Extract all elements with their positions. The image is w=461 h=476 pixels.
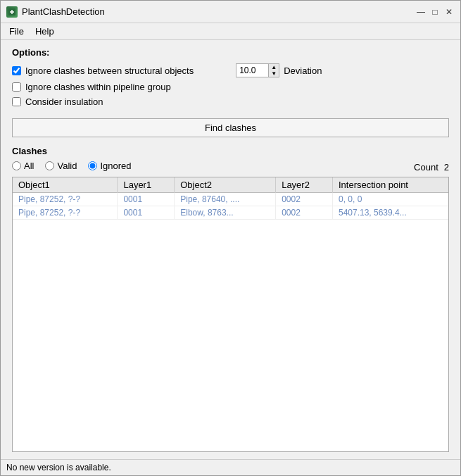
status-bar: No new version is available. bbox=[1, 459, 460, 475]
checkbox-ignore-pipeline[interactable] bbox=[12, 82, 21, 92]
spin-up-button[interactable]: ▲ bbox=[269, 64, 279, 70]
close-button[interactable]: ✕ bbox=[443, 6, 455, 18]
options-label: Options: bbox=[12, 47, 449, 58]
deviation-label: Deviation bbox=[284, 65, 322, 76]
radio-all[interactable]: All bbox=[12, 161, 34, 171]
clashes-header: Clashes bbox=[12, 146, 449, 156]
deviation-group: ▲ ▼ Deviation bbox=[236, 63, 322, 77]
count-display: Count 2 bbox=[414, 162, 449, 173]
deviation-input[interactable] bbox=[236, 64, 268, 77]
radio-valid-label: Valid bbox=[57, 161, 77, 171]
find-clashes-button[interactable]: Find clashes bbox=[12, 118, 449, 137]
clashes-section: Clashes All Valid Ignored bbox=[12, 146, 449, 452]
checkbox1-row: Ignore clashes between structural object… bbox=[12, 65, 194, 76]
table-header-row: Object1 Layer1 Object2 Layer2 Intersecti… bbox=[13, 177, 448, 193]
clashes-table-container: Object1 Layer1 Object2 Layer2 Intersecti… bbox=[12, 177, 449, 452]
count-value: 2 bbox=[444, 162, 449, 173]
cell-intersection: 5407.13, 5639.4... bbox=[332, 206, 448, 220]
radio-group: All Valid Ignored bbox=[12, 161, 132, 171]
table-body: Pipe, 87252, ?-?0001Pipe, 87640, ....000… bbox=[13, 193, 448, 220]
col-layer2: Layer2 bbox=[276, 177, 333, 193]
checkbox-ignore-pipeline-label: Ignore clashes within pipeline group bbox=[25, 82, 171, 92]
col-intersection: Intersection point bbox=[332, 177, 448, 193]
main-content: Options: Ignore clashes between structur… bbox=[1, 40, 460, 459]
title-bar: PlantClashDetection — □ ✕ bbox=[1, 1, 460, 23]
cell-object1: Pipe, 87252, ?-? bbox=[13, 206, 118, 220]
deviation-spinner: ▲ ▼ bbox=[236, 63, 279, 77]
window-title: PlantClashDetection bbox=[22, 6, 415, 17]
spin-down-button[interactable]: ▼ bbox=[269, 70, 279, 77]
radio-valid-input[interactable] bbox=[45, 161, 54, 170]
col-object1: Object1 bbox=[13, 177, 118, 193]
filter-row: All Valid Ignored Count 2 bbox=[12, 161, 449, 174]
checkbox2-row: Ignore clashes within pipeline group bbox=[12, 82, 449, 92]
table-row[interactable]: Pipe, 87252, ?-?0001Elbow, 8763...000254… bbox=[13, 206, 448, 220]
cell-object2: Elbow, 8763... bbox=[175, 206, 276, 220]
maximize-button[interactable]: □ bbox=[429, 6, 441, 18]
menu-file[interactable]: File bbox=[4, 25, 30, 38]
checkbox-ignore-structural[interactable] bbox=[12, 66, 21, 75]
status-text: No new version is available. bbox=[6, 463, 111, 472]
radio-ignored-label: Ignored bbox=[100, 161, 131, 171]
cell-layer1: 0001 bbox=[118, 206, 175, 220]
cell-layer2: 0002 bbox=[276, 193, 333, 206]
spin-buttons: ▲ ▼ bbox=[268, 64, 279, 77]
cell-object2: Pipe, 87640, .... bbox=[175, 193, 276, 206]
cell-layer1: 0001 bbox=[118, 193, 175, 206]
app-icon bbox=[6, 6, 18, 18]
menu-bar: File Help bbox=[1, 23, 460, 40]
radio-ignored-input[interactable] bbox=[88, 161, 97, 170]
table-row[interactable]: Pipe, 87252, ?-?0001Pipe, 87640, ....000… bbox=[13, 193, 448, 206]
checkbox-ignore-structural-label: Ignore clashes between structural object… bbox=[25, 65, 194, 76]
radio-valid[interactable]: Valid bbox=[45, 161, 77, 171]
col-layer1: Layer1 bbox=[118, 177, 175, 193]
options-section: Options: Ignore clashes between structur… bbox=[12, 47, 449, 111]
checkbox-insulation[interactable] bbox=[12, 97, 21, 106]
clashes-table: Object1 Layer1 Object2 Layer2 Intersecti… bbox=[13, 177, 448, 220]
checkbox-insulation-label: Consider insulation bbox=[25, 96, 103, 107]
radio-all-input[interactable] bbox=[12, 161, 21, 170]
main-window: PlantClashDetection — □ ✕ File Help Opti… bbox=[0, 0, 461, 476]
count-label: Count bbox=[414, 162, 438, 173]
radio-all-label: All bbox=[24, 161, 34, 171]
cell-layer2: 0002 bbox=[276, 206, 333, 220]
menu-help[interactable]: Help bbox=[30, 25, 60, 38]
radio-ignored[interactable]: Ignored bbox=[88, 161, 131, 171]
minimize-button[interactable]: — bbox=[415, 6, 427, 18]
col-object2: Object2 bbox=[175, 177, 276, 193]
checkbox3-row: Consider insulation bbox=[12, 96, 449, 107]
cell-intersection: 0, 0, 0 bbox=[332, 193, 448, 206]
cell-object1: Pipe, 87252, ?-? bbox=[13, 193, 118, 206]
window-controls: — □ ✕ bbox=[415, 6, 455, 18]
